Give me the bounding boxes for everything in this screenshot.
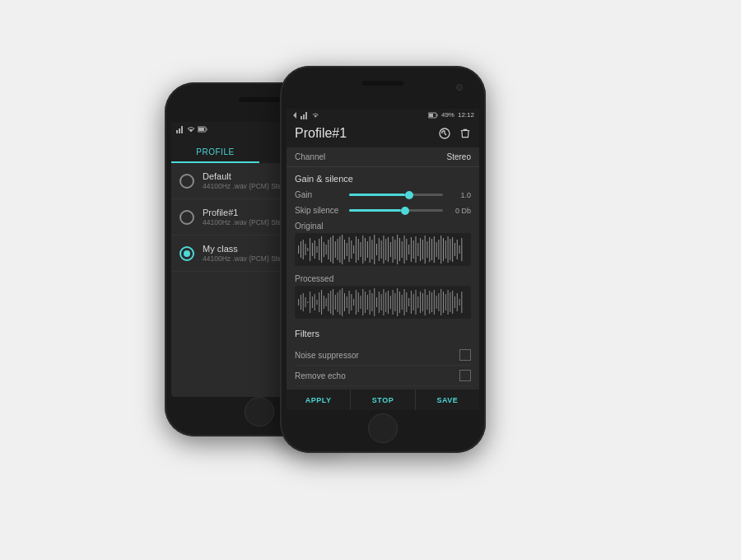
channel-row: Channel Stereo: [287, 147, 479, 167]
gain-label: Gain: [295, 190, 344, 199]
front-phone-speaker: [362, 81, 403, 86]
skip-silence-label: Skip silence: [295, 206, 344, 215]
stop-button[interactable]: STOP: [351, 390, 415, 410]
front-wifi-percent-icon: [428, 112, 438, 119]
back-phone-speaker: [239, 97, 280, 102]
skip-silence-row: Skip silence 0 Db: [287, 203, 479, 218]
noise-suppressor-label: Noise suppressor: [295, 351, 359, 360]
front-status-right: 49% 12:12: [428, 111, 474, 119]
save-button[interactable]: SAVE: [416, 390, 479, 410]
back-phone-home[interactable]: [245, 397, 274, 427]
front-status-bar: 49% 12:12: [287, 109, 479, 121]
original-waveform-section: Original: [287, 218, 479, 269]
profile-sub-myclass: 44100Hz .wav (PCM) Stereo: [203, 254, 291, 263]
processed-waveform: [295, 286, 471, 319]
svg-rect-2: [181, 126, 183, 133]
skip-silence-value: 0 Db: [448, 207, 471, 215]
processed-label: Processed: [295, 274, 471, 283]
front-app-title: Profile#1: [295, 126, 347, 141]
front-signal-icon: [301, 111, 309, 119]
front-back-icon: [291, 111, 298, 119]
scene: PROFILE THEME Default 44100Hz .wav (PCM)…: [0, 0, 741, 560]
back-signal-icon: [176, 125, 184, 133]
svg-rect-7: [301, 116, 302, 119]
profile-info-myclass: My class 44100Hz .wav (PCM) Stereo: [203, 244, 291, 263]
svg-rect-1: [179, 128, 180, 133]
gain-row: Gain 1.0: [287, 187, 479, 203]
gain-silence-title: Gain & silence: [287, 167, 479, 187]
gain-value: 1.0: [448, 191, 471, 199]
gain-slider-fill: [349, 194, 405, 196]
front-time: 12:12: [458, 111, 474, 119]
processed-waveform-section: Processed: [287, 271, 479, 322]
svg-rect-12: [436, 114, 437, 116]
radio-default[interactable]: [179, 174, 194, 189]
tab-profile[interactable]: PROFILE: [171, 147, 259, 163]
front-header: Profile#1: [287, 121, 479, 147]
back-battery-icon: [198, 126, 207, 133]
remove-echo-label: Remove echo: [295, 371, 346, 380]
original-waveform: [295, 233, 471, 266]
svg-rect-4: [198, 128, 204, 131]
back-wifi-icon: [187, 125, 195, 133]
svg-rect-9: [305, 112, 307, 119]
filters-section: Noise suppressor Remove echo: [287, 342, 479, 390]
front-wifi-icon: [311, 111, 319, 119]
skip-silence-slider-fill: [349, 209, 401, 212]
channel-value: Stereo: [447, 152, 471, 161]
profile-name-myclass: My class: [203, 244, 291, 254]
skip-silence-slider-track[interactable]: [349, 209, 443, 212]
profile-sub-profile1: 44100Hz .wav (PCM) Stereo: [203, 218, 291, 226]
front-header-icons: [438, 127, 471, 140]
gain-slider-track[interactable]: [349, 194, 443, 196]
noise-suppressor-checkbox[interactable]: [459, 349, 471, 361]
gain-slider-thumb[interactable]: [405, 191, 413, 199]
noise-suppressor-row: Noise suppressor: [295, 345, 471, 366]
channel-label: Channel: [295, 152, 325, 161]
radio-myclass[interactable]: [179, 246, 194, 261]
history-icon[interactable]: [438, 127, 451, 140]
svg-marker-6: [293, 112, 296, 119]
delete-icon[interactable]: [459, 127, 471, 140]
front-phone-camera: [456, 84, 463, 91]
svg-rect-8: [303, 114, 305, 119]
front-phone-home[interactable]: [368, 413, 398, 443]
svg-rect-0: [176, 130, 178, 133]
radio-inner-myclass: [184, 250, 190, 257]
apply-button[interactable]: APPLY: [287, 390, 351, 410]
remove-echo-row: Remove echo: [295, 366, 471, 386]
skip-silence-slider-thumb[interactable]: [401, 207, 409, 215]
remove-echo-checkbox[interactable]: [459, 370, 471, 381]
svg-rect-11: [429, 114, 433, 117]
filters-title: Filters: [287, 322, 479, 342]
svg-rect-5: [207, 128, 207, 131]
profile-info-profile1: Profile#1 44100Hz .wav (PCM) Stereo: [203, 208, 291, 226]
original-label: Original: [295, 222, 471, 231]
front-battery-percent: 49%: [441, 111, 454, 119]
front-phone-screen: 49% 12:12 Profile#1: [287, 109, 479, 410]
phone-front: 49% 12:12 Profile#1: [280, 66, 486, 453]
radio-profile1[interactable]: [179, 210, 194, 225]
back-status-left: [176, 125, 207, 133]
bottom-action-bar: APPLY STOP SAVE: [287, 390, 479, 410]
profile-name-profile1: Profile#1: [203, 208, 291, 217]
front-status-left: [291, 111, 319, 119]
